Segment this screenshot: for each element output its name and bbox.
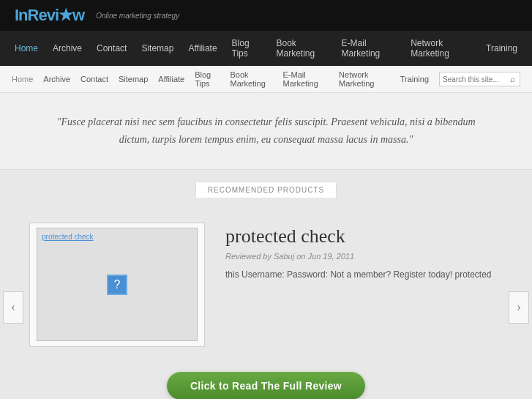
chevron-right-icon: › bbox=[517, 299, 521, 315]
read-full-review-button[interactable]: Click to Read The Full Review bbox=[167, 372, 365, 399]
logo-text-before: InRevi bbox=[15, 6, 59, 24]
product-image-inner: protected check ? bbox=[37, 228, 198, 341]
products-tab-label: RECOMMENDED PRODUCTS bbox=[195, 182, 337, 198]
sec-nav-blogtips[interactable]: Blog Tips bbox=[195, 70, 220, 88]
sec-nav-home[interactable]: Home bbox=[12, 75, 33, 83]
sec-nav-contact[interactable]: Contact bbox=[80, 75, 108, 83]
product-title: protected check bbox=[225, 225, 503, 247]
carousel-next-button[interactable]: › bbox=[509, 291, 529, 324]
product-card: protected check ? protected check Review… bbox=[29, 215, 503, 354]
product-meta: Reviewed by Sabuj on Jun 19, 2011 bbox=[225, 252, 503, 261]
secondary-nav: Home Archive Contact Sitemap Affiliate B… bbox=[0, 66, 532, 93]
sec-nav-affiliate[interactable]: Affiliate bbox=[158, 75, 184, 83]
top-nav-affiliate[interactable]: Affiliate bbox=[188, 43, 217, 53]
product-info: protected check Reviewed by Sabuj on Jun… bbox=[225, 223, 503, 282]
top-nav-home[interactable]: Home bbox=[15, 43, 38, 53]
cta-row: Click to Read The Full Review bbox=[29, 372, 503, 399]
broken-image-icon: ? bbox=[107, 275, 127, 295]
top-nav: Home Archive Contact Sitemap Affiliate B… bbox=[0, 31, 532, 66]
products-section: RECOMMENDED PRODUCTS ‹ protected check ?… bbox=[0, 170, 532, 399]
carousel-prev-button[interactable]: ‹ bbox=[3, 291, 23, 324]
search-box[interactable]: ⌕ bbox=[439, 72, 520, 86]
top-nav-contact[interactable]: Contact bbox=[97, 43, 127, 53]
product-meta-text: Reviewed by Sabuj on Jun 19, 2011 bbox=[225, 252, 354, 261]
product-image-box: protected check ? bbox=[29, 223, 205, 347]
logo-text-after: w bbox=[72, 6, 84, 24]
quote-section: "Fusce placerat nisi nec sem faucibus in… bbox=[0, 93, 532, 170]
top-nav-archive[interactable]: Archive bbox=[53, 43, 82, 53]
sec-nav-emailmarketing[interactable]: E-Mail Marketing bbox=[283, 70, 329, 88]
top-nav-sitemap[interactable]: Sitemap bbox=[141, 43, 173, 53]
top-nav-bookmarketing[interactable]: Book Marketing bbox=[276, 38, 326, 59]
sec-nav-training[interactable]: Training bbox=[400, 75, 429, 83]
product-description: this Username: Password: Not a member? R… bbox=[225, 268, 503, 282]
site-tagline: Online marketing strategy bbox=[96, 12, 179, 20]
sec-nav-networkmarketing[interactable]: Network Marketing bbox=[339, 70, 390, 88]
site-logo[interactable]: InRevi★w bbox=[15, 6, 84, 25]
sec-nav-bookmarketing[interactable]: Book Marketing bbox=[231, 70, 273, 88]
products-tab-row: RECOMMENDED PRODUCTS bbox=[0, 170, 532, 198]
question-mark-icon: ? bbox=[114, 278, 121, 291]
top-nav-training[interactable]: Training bbox=[486, 43, 517, 53]
top-nav-networkmarketing[interactable]: Network Marketing bbox=[411, 38, 471, 59]
product-image-link[interactable]: protected check bbox=[42, 233, 94, 241]
top-nav-emailmarketing[interactable]: E-Mail Marketing bbox=[342, 38, 397, 59]
top-nav-blogtips[interactable]: Blog Tips bbox=[232, 38, 262, 59]
quote-text: "Fusce placerat nisi nec sem faucibus in… bbox=[44, 113, 488, 149]
sec-nav-sitemap[interactable]: Sitemap bbox=[119, 75, 148, 83]
site-header: InRevi★w Online marketing strategy bbox=[0, 0, 532, 31]
search-input[interactable] bbox=[443, 75, 509, 83]
logo-star: ★ bbox=[59, 6, 72, 24]
sec-nav-archive[interactable]: Archive bbox=[43, 75, 70, 83]
chevron-left-icon: ‹ bbox=[11, 299, 15, 315]
search-button[interactable]: ⌕ bbox=[509, 74, 517, 84]
products-content: ‹ protected check ? protected check Revi… bbox=[0, 198, 532, 399]
